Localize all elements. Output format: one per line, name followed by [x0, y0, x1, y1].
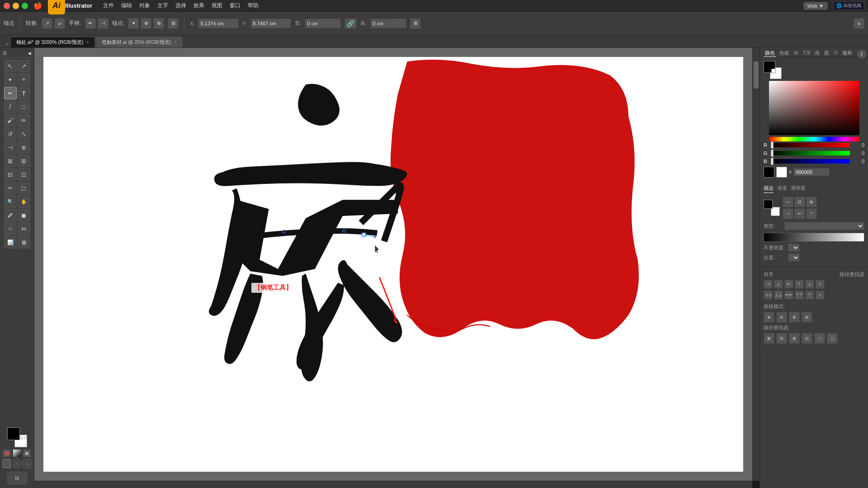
live-paint-tool[interactable]: ⊟: [4, 168, 17, 181]
stroke-style-btn2[interactable]: ⊡: [794, 197, 805, 207]
pattern-color-btn[interactable]: ▦: [23, 449, 31, 457]
transform-btn[interactable]: ⊞: [168, 18, 179, 29]
warp-tool[interactable]: ⊕: [18, 141, 30, 154]
lasso-tool[interactable]: ⌖: [18, 73, 30, 86]
zoom-tool[interactable]: 🔍: [4, 195, 17, 208]
rotate-tool[interactable]: ↺: [4, 127, 17, 140]
menu-edit[interactable]: 编辑: [121, 2, 132, 9]
gradient-tab[interactable]: 渐变: [777, 185, 787, 193]
pencil-tool[interactable]: ✏: [18, 114, 30, 127]
menu-select[interactable]: 选择: [175, 2, 186, 9]
menu-object[interactable]: 对象: [139, 2, 150, 9]
rp-tab-magic[interactable]: 魔棒: [841, 50, 854, 57]
web-dropdown[interactable]: Web ▼: [803, 2, 828, 10]
panel-menu-btn[interactable]: ☰: [3, 51, 7, 56]
transparency-tab[interactable]: 透明度: [791, 185, 806, 193]
position-select[interactable]: [788, 253, 800, 262]
graph-tool[interactable]: 📊: [4, 236, 17, 249]
shape-builder-tool[interactable]: ⊞: [18, 155, 30, 167]
menu-text[interactable]: 文字: [157, 2, 168, 9]
dist-right-btn[interactable]: ⊢⊢: [784, 291, 793, 300]
hand-tool[interactable]: ✋: [18, 195, 30, 208]
y-input[interactable]: [250, 19, 291, 28]
width-tool[interactable]: ⊣: [4, 141, 17, 154]
menu-window[interactable]: 窗口: [230, 2, 241, 9]
stroke-style-btn3[interactable]: ⊞: [806, 197, 817, 207]
hex-input[interactable]: [793, 168, 830, 176]
pen-tool[interactable]: ✒: [4, 87, 17, 99]
rect-tool[interactable]: □: [18, 100, 30, 113]
gradient-tool[interactable]: ◼: [18, 209, 30, 221]
merge-btn[interactable]: ⊞: [789, 333, 800, 344]
r-slider-track[interactable]: [771, 143, 850, 147]
panel-toggle-btn[interactable]: ≡: [854, 18, 864, 29]
slice-tool[interactable]: ✂: [4, 182, 17, 194]
stroke-align-btn2[interactable]: ⊢: [794, 208, 805, 219]
stroke-front-box[interactable]: [764, 200, 773, 209]
x-input[interactable]: [198, 19, 239, 28]
unite-btn[interactable]: ⊕: [764, 312, 774, 323]
b-slider-track[interactable]: [771, 159, 850, 164]
h-input[interactable]: [370, 19, 406, 28]
handle-btn1[interactable]: ✒: [85, 18, 96, 29]
fill-swatch[interactable]: [764, 61, 775, 73]
align-top-btn[interactable]: ⊤: [795, 280, 804, 289]
type-tool[interactable]: T: [18, 87, 30, 99]
close-all-tabs[interactable]: ×: [4, 41, 10, 47]
stroke-tab[interactable]: 描边: [764, 185, 774, 193]
rp-tab-cs[interactable]: CS: [802, 50, 811, 57]
normal-draw-btn[interactable]: [3, 459, 11, 468]
eyedropper-tool[interactable]: 💉: [4, 209, 17, 221]
panel-collapse-btn[interactable]: ◀: [28, 51, 31, 56]
menu-view[interactable]: 视图: [212, 2, 222, 9]
eraser-tool[interactable]: ◻: [18, 182, 30, 194]
r-slider-thumb[interactable]: [771, 141, 774, 149]
handle-btn2[interactable]: ⊣: [98, 18, 108, 29]
screen-mode-btn[interactable]: ⊟: [7, 472, 27, 484]
g-slider-track[interactable]: [771, 151, 850, 155]
draw-behind-btn[interactable]: □: [23, 459, 31, 468]
anchor-btn3[interactable]: ⊗: [153, 18, 164, 29]
paintbrush-tool[interactable]: 🖌: [4, 114, 17, 127]
rp-tab-swatches[interactable]: 色板: [778, 50, 791, 57]
align-left-btn[interactable]: ⊣: [764, 280, 773, 289]
dist-ch-btn[interactable]: ⊥⊥: [774, 291, 783, 300]
canvas-document[interactable]: 【钢笔工具】: [43, 57, 743, 472]
hex-white-preview[interactable]: [776, 167, 787, 178]
line-segment-tool[interactable]: /: [4, 100, 17, 113]
vertical-scrollbar[interactable]: [752, 48, 760, 481]
fill-color-box[interactable]: [7, 427, 20, 440]
info-button[interactable]: ℹ: [857, 50, 866, 59]
exclude-btn[interactable]: ⊞: [802, 312, 812, 323]
minimize-button[interactable]: [13, 3, 19, 9]
dist-left-btn[interactable]: ⊣⊣: [764, 291, 773, 300]
direct-select-tool[interactable]: ↗: [18, 60, 30, 72]
align-bottom-btn[interactable]: ⊦: [816, 280, 825, 289]
minus-back-btn[interactable]: ◻: [827, 333, 838, 344]
rp-tab-graph[interactable]: 图: [823, 50, 830, 57]
divide-btn[interactable]: ⊠: [764, 333, 774, 344]
apple-menu[interactable]: 🍎: [33, 1, 42, 10]
menu-file[interactable]: 文件: [103, 2, 114, 9]
free-distort-tool[interactable]: ⊠: [4, 155, 17, 167]
type-select[interactable]: [784, 222, 864, 230]
tab-brush-close[interactable]: ×: [174, 40, 177, 45]
rp-tab-draw[interactable]: 画: [813, 50, 821, 57]
rp-tab-o[interactable]: O: [832, 50, 839, 57]
rp-tab-extra1[interactable]: 外: [793, 50, 800, 57]
symbol-tool[interactable]: ⋈: [18, 222, 30, 235]
stroke-align-btn3[interactable]: ⊤: [806, 208, 817, 219]
color-picker[interactable]: [769, 81, 859, 135]
scroll-thumb-vertical[interactable]: [754, 61, 759, 89]
default-colors-btn[interactable]: D: [24, 436, 27, 440]
horizontal-scrollbar[interactable]: [34, 481, 752, 488]
magic-wand-tool[interactable]: ✦: [4, 73, 17, 86]
minus-front-btn[interactable]: ⊖: [776, 312, 787, 323]
menu-help[interactable]: 帮助: [248, 2, 259, 9]
column-graph-tool[interactable]: ▦: [18, 236, 30, 249]
canvas-area[interactable]: 【钢笔工具】: [34, 48, 760, 488]
trim-btn[interactable]: ⊟: [776, 333, 787, 344]
intersect-btn[interactable]: ⊗: [789, 312, 800, 323]
hue-slider[interactable]: [769, 137, 859, 141]
draw-inside-btn[interactable]: ○: [13, 459, 21, 468]
